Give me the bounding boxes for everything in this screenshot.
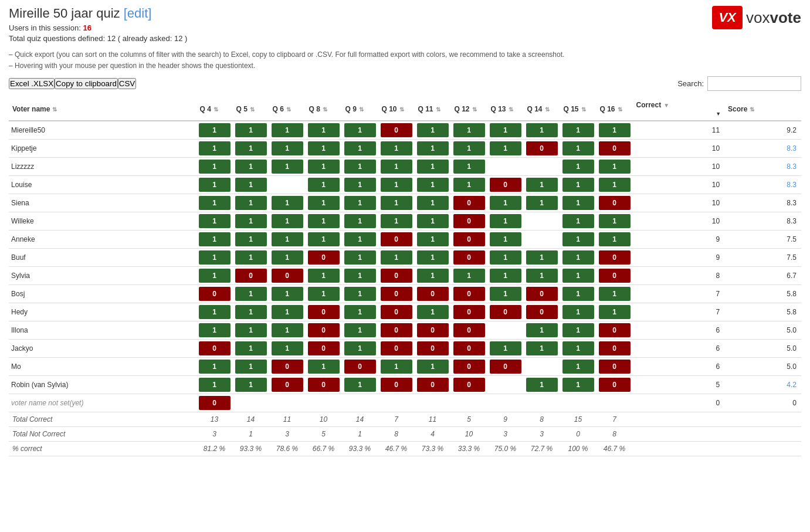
cell-q4: 1 [196,358,233,376]
score-value: 5.0 [724,340,801,358]
cell-q6: 1 [269,285,306,303]
th-q12[interactable]: Q 12⇅ [451,98,487,121]
correct-count: 8 [633,267,725,285]
voter-name: Illona [9,321,196,340]
cell-q8: 1 [306,358,342,376]
cell-q15: 1 [560,376,597,394]
excel-button[interactable]: Excel .XLSX [9,78,55,89]
th-q14[interactable]: Q 14⇅ [524,98,560,121]
correct-count: 0 [633,394,725,412]
cell-q13: 1 [487,212,524,231]
cell-q11: 1 [415,267,451,285]
correct-count: 10 [633,194,725,212]
cell-q11: 1 [415,303,451,321]
footer-pct-correct: % correct81.2 %93.3 %78.6 %66.7 %93.3 %4… [9,442,801,456]
cell-q11: 1 [415,121,451,140]
cell-q16: 0 [597,267,633,285]
cell-q14: 1 [524,121,560,140]
cell-q12: 0 [451,285,487,303]
cell-q4: 0 [196,285,233,303]
th-q10[interactable]: Q 10⇅ [378,98,415,121]
table-row: voter name not set(yet)000 [9,394,801,412]
csv-button[interactable]: CSV [118,78,136,89]
cell-q10: 0 [378,321,415,340]
page-title: Mireille 50 jaar quiz [edit] [9,6,187,21]
th-q11[interactable]: Q 11⇅ [415,98,451,121]
voter-name: Buuf [9,249,196,267]
cell-q6 [269,176,306,194]
cell-q13: 1 [487,285,524,303]
cell-q8: 1 [306,285,342,303]
info-text: – Quick export (you can sort on the colu… [9,49,801,72]
th-score[interactable]: Score⇅ [724,98,801,121]
score-value: 9.2 [724,121,801,140]
cell-q13: 1 [487,267,524,285]
cell-q16: 1 [597,212,633,231]
cell-q12: 0 [451,376,487,394]
correct-count: 6 [633,358,725,376]
cell-q8: 1 [306,212,342,231]
table-row: Hedy11101010001175.8 [9,303,801,321]
cell-q8: 0 [306,303,342,321]
table-row: Anneke1111101011197.5 [9,231,801,249]
cell-q9 [342,394,378,412]
correct-count: 10 [633,158,725,176]
cell-q15: 1 [560,358,597,376]
logo-vx-icon: VX [719,10,736,25]
cell-q14: 1 [524,249,560,267]
cell-q11: 0 [415,321,451,340]
th-q6[interactable]: Q 6⇅ [269,98,306,121]
cell-q16: 0 [597,358,633,376]
cell-q8: 1 [306,194,342,212]
cell-q15: 1 [560,321,597,340]
th-correct[interactable]: Correct▼ [633,98,725,121]
score-value: 8.3 [724,212,801,231]
cell-q5 [233,394,269,412]
table-row: Willeke11111110111108.3 [9,212,801,231]
cell-q4: 1 [196,303,233,321]
voter-name: Jackyo [9,340,196,358]
cell-q12 [451,394,487,412]
cell-q6: 1 [269,321,306,340]
cell-q14 [524,358,560,376]
th-q16[interactable]: Q 16⇅ [597,98,633,121]
th-q4[interactable]: Q 4⇅ [196,98,233,121]
table-row: Lizzzzz1111111111108.3 [9,158,801,176]
cell-q6: 1 [269,158,306,176]
cell-q15: 1 [560,158,597,176]
cell-q11 [415,394,451,412]
cell-q15: 1 [560,285,597,303]
voter-name: Hedy [9,303,196,321]
cell-q11: 1 [415,358,451,376]
edit-link[interactable]: [edit] [124,6,152,21]
table-row: Illona1110100011065.0 [9,321,801,340]
cell-q6: 1 [269,303,306,321]
cell-q4: 1 [196,267,233,285]
cell-q6: 0 [269,267,306,285]
cell-q14 [524,231,560,249]
th-q8[interactable]: Q 8⇅ [306,98,342,121]
th-q13[interactable]: Q 13⇅ [487,98,524,121]
cell-q14 [524,158,560,176]
search-input[interactable] [707,76,801,91]
th-q5[interactable]: Q 5⇅ [233,98,269,121]
correct-count: 11 [633,121,725,140]
clipboard-button[interactable]: Copy to clipboard [55,78,118,89]
th-q15[interactable]: Q 15⇅ [560,98,597,121]
cell-q8: 0 [306,249,342,267]
cell-q16: 1 [597,121,633,140]
cell-q12: 1 [451,267,487,285]
cell-q13: 1 [487,231,524,249]
cell-q9: 1 [342,158,378,176]
cell-q15: 1 [560,267,597,285]
cell-q5: 1 [233,121,269,140]
th-voter[interactable]: Voter name⇅ [9,98,196,121]
voter-name: Miereille50 [9,121,196,140]
cell-q13 [487,376,524,394]
logo-area: VX voxvote [712,6,801,29]
th-q9[interactable]: Q 9⇅ [342,98,378,121]
cell-q14: 1 [524,376,560,394]
cell-q16: 1 [597,158,633,176]
cell-q15: 1 [560,121,597,140]
voter-name: voter name not set(yet) [9,394,196,412]
